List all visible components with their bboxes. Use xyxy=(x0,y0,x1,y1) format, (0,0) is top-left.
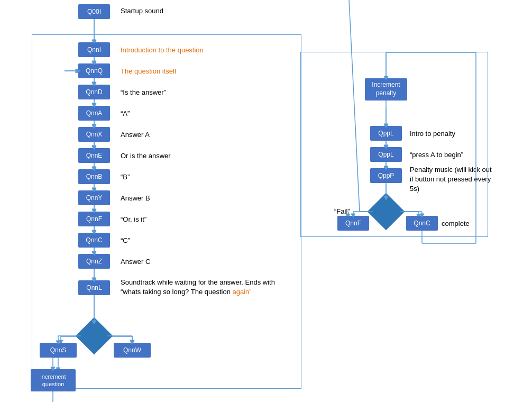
label-penalty-music: Penalty music (will kick out if button n… xyxy=(410,165,494,194)
label-answer-b: Answer B xyxy=(121,194,150,202)
label-intro-question: Introduction to the question xyxy=(121,46,204,54)
diamond-main xyxy=(81,323,107,349)
label-a: “A” xyxy=(121,109,130,117)
node-Q00I: Q00I xyxy=(78,4,110,19)
node-QnnE: QnnE xyxy=(78,148,110,163)
label-or-is-answer: Or is the answer xyxy=(121,152,171,160)
node-QppL2: QppL xyxy=(370,147,402,162)
label-answer-c: Answer C xyxy=(121,258,150,266)
node-QnnC2: QnnC xyxy=(406,216,438,231)
label-c: “C” xyxy=(121,236,130,244)
node-QnnL: QnnL xyxy=(78,280,110,295)
flowchart: Q00I Startup sound QnnI Introduction to … xyxy=(0,0,514,420)
node-QnnC: QnnC xyxy=(78,233,110,248)
label-complete: complete xyxy=(442,220,470,227)
node-QnnF: QnnF xyxy=(78,212,110,226)
node-QnnA: QnnA xyxy=(78,106,110,121)
label-question-itself: The question itself xyxy=(121,67,177,75)
main-flow-border xyxy=(32,34,301,389)
node-QnnW: QnnW xyxy=(114,343,151,358)
node-QnnY: QnnY xyxy=(78,190,110,205)
node-QnnS: QnnS xyxy=(40,343,77,358)
label-fail: “Fail” xyxy=(334,207,350,215)
node-QppL1: QppL xyxy=(370,126,402,141)
node-QnnB: QnnB xyxy=(78,169,110,184)
label-b: “B” xyxy=(121,173,130,181)
node-QnnD: QnnD xyxy=(78,85,110,99)
node-QnnF2: QnnF xyxy=(337,216,369,231)
node-QppP: QppP xyxy=(370,168,402,183)
label-intro-penalty: Intro to penalty xyxy=(410,130,455,138)
diamond-penalty xyxy=(373,198,399,225)
label-soundtrack: Soundtrack while waiting for the answer.… xyxy=(121,278,284,297)
node-QnnX: QnnX xyxy=(78,127,110,142)
label-press-a: “press A to begin” xyxy=(410,151,463,159)
node-increment-question: increment question xyxy=(31,369,76,391)
node-QnnZ: QnnZ xyxy=(78,254,110,269)
node-QnnI: QnnI xyxy=(78,42,110,57)
node-increment-penalty: Increment penalty xyxy=(365,78,407,101)
node-QnnQ: QnnQ xyxy=(78,63,110,78)
label-or-is-it: “Or, is it” xyxy=(121,215,146,223)
label-is-the-answer: “Is the answer” xyxy=(121,88,166,96)
label-startup-sound: Startup sound xyxy=(121,7,163,15)
label-answer-a: Answer A xyxy=(121,131,150,139)
